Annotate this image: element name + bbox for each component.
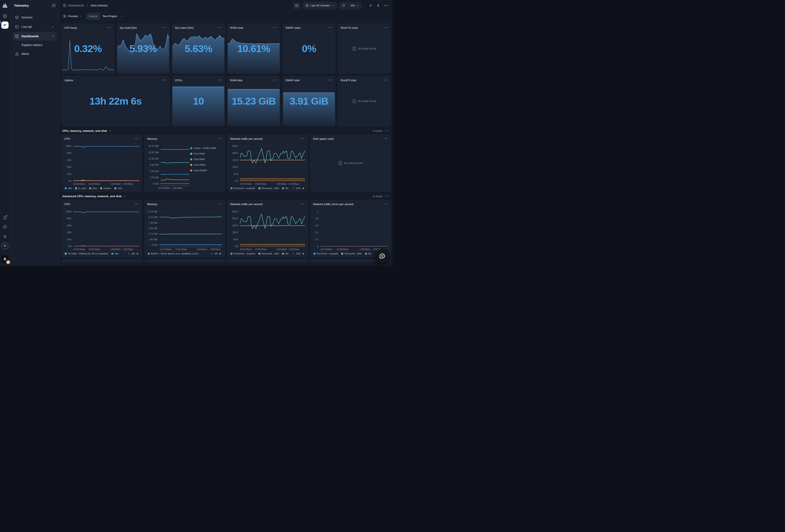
panel-menu-button[interactable]: ••• xyxy=(217,137,222,140)
quick-actions-button[interactable] xyxy=(376,3,381,8)
user-avatar[interactable]: R NF xyxy=(1,256,8,263)
section-menu-button[interactable]: ••• xyxy=(385,195,390,198)
panel-menu-button[interactable]: ••• xyxy=(300,203,305,206)
legend-label: Received - eth0 xyxy=(345,252,362,255)
rail-telemetry-button[interactable] xyxy=(1,21,8,29)
section-toggle[interactable]: Advanced CPU, memory, network, and disk xyxy=(62,195,126,198)
page-next-button[interactable] xyxy=(136,252,139,255)
y-axis-labels: 250 B200 B150 B100 B50 B0 B xyxy=(230,212,240,246)
legend-item[interactable]: Received - eth0 xyxy=(258,187,279,189)
panel-menu-button[interactable]: ••• xyxy=(217,26,222,29)
x-tick-label: 1:00:00am xyxy=(276,248,287,250)
page-prev-button[interactable] xyxy=(292,252,295,255)
panel-menu-button[interactable]: ••• xyxy=(217,79,222,82)
legend-item[interactable]: system xyxy=(100,187,111,189)
page-next-button[interactable] xyxy=(219,252,222,255)
legend-item[interactable]: Free RAM xyxy=(190,152,222,155)
panel-menu-button[interactable]: ••• xyxy=(300,137,305,140)
sidebar-item-live-tail[interactable]: Live tail xyxy=(12,23,57,31)
panel-menu-button[interactable]: ••• xyxy=(328,79,333,82)
panel-menu-button[interactable]: ••• xyxy=(272,79,277,82)
page-prev-button[interactable] xyxy=(292,187,295,189)
section-menu-button[interactable]: ••• xyxy=(385,129,390,132)
source-filter[interactable]: source Test Project xyxy=(86,13,124,20)
topbar-divider xyxy=(364,3,365,8)
legend-item[interactable]: io_wait xyxy=(75,187,86,189)
legend-item[interactable]: Re xyxy=(282,187,288,189)
gridline xyxy=(240,181,305,181)
legend-swatch xyxy=(282,253,284,255)
add-panel-button[interactable] xyxy=(368,3,373,8)
panel-cpu-advanced: CPU•••100%80%60%40%20%0%12:42:00am12:50:… xyxy=(61,200,142,257)
legend-item[interactable]: nice xyxy=(89,187,97,189)
legend-item[interactable]: Used RAM xyxy=(190,163,222,166)
legend-item[interactable]: Received - erspan0 xyxy=(231,252,255,255)
legend-item[interactable]: Total RAM xyxy=(190,158,222,161)
sidebar-header: Telemetry xyxy=(12,3,57,7)
panel-menu-button[interactable]: ••• xyxy=(107,26,111,29)
collapse-sidebar-button[interactable] xyxy=(52,3,56,7)
page-prev-button[interactable] xyxy=(210,252,213,255)
panel-header: CPU busy••• xyxy=(62,24,114,29)
theme-toggle-button[interactable] xyxy=(1,233,8,240)
more-options-button[interactable]: ••• xyxy=(383,3,389,8)
legend-item[interactable]: Received - erspan0 xyxy=(313,252,338,255)
gridline xyxy=(73,181,139,181)
panel-menu-button[interactable]: ••• xyxy=(383,137,388,140)
panel-menu-button[interactable]: ••• xyxy=(134,203,139,206)
legend-item[interactable]: user xyxy=(114,187,122,189)
panel-menu-button[interactable]: ••• xyxy=(162,79,167,82)
legend-item[interactable]: Re xyxy=(282,252,288,255)
legend-item[interactable]: Received - eth0 xyxy=(258,252,279,255)
feedback-button[interactable] xyxy=(1,223,8,231)
sidebar-item-dashboards[interactable]: Dashboards xyxy=(12,32,57,41)
chevron-right-icon xyxy=(51,25,54,28)
panel-menu-button[interactable]: ••• xyxy=(272,26,277,29)
dashboard-scroll-area[interactable]: CPU busy•••0.32%Sys load (5m)•••5.93%Sys… xyxy=(59,21,392,266)
legend-item[interactable]: Re xyxy=(365,252,372,255)
legend-item[interactable]: Idle xyxy=(111,252,119,255)
panel-menu-button[interactable]: ••• xyxy=(162,26,167,29)
section-toggle[interactable]: CPU, memory, network, and disk xyxy=(62,129,112,132)
legend-item[interactable]: idle xyxy=(65,187,72,189)
rail-quickstart-button[interactable] xyxy=(1,12,8,20)
x-axis: 12:42:00am12:50:00am1:00:00am1:06:00am xyxy=(240,181,305,185)
legend-item[interactable]: I/O Wait - Waiting for I/O to complete xyxy=(65,252,108,255)
legend-item[interactable]: Buffers - Block device (e.g. harddisk) c… xyxy=(148,252,199,255)
panel-disk-space-used: Disk space used•••No data found xyxy=(310,135,391,191)
sidebar-item-alerts[interactable]: Alerts xyxy=(12,50,57,58)
panel-menu-button[interactable]: ••• xyxy=(383,203,388,206)
presets-dropdown[interactable]: Presets xyxy=(63,15,82,18)
refresh-interval-button[interactable]: 15s xyxy=(348,2,361,9)
panel-menu-button[interactable]: ••• xyxy=(328,26,333,29)
chart-body: 16.76 GiB13.97 GiB11.18 GiB8.38 GiB5.59 … xyxy=(147,140,222,189)
page-next-button[interactable] xyxy=(302,252,305,255)
chat-fab[interactable] xyxy=(375,249,389,263)
chevron-down-icon xyxy=(80,15,82,18)
panel-header: SWAP used••• xyxy=(283,24,335,29)
panel-menu-button[interactable]: ••• xyxy=(217,203,222,206)
chart-legend: Cache + Buffer RAMFree RAMTotal RAMUsed … xyxy=(189,140,222,189)
page-prev-button[interactable] xyxy=(128,252,130,255)
refresh-now-button[interactable] xyxy=(339,2,348,9)
partial-card xyxy=(145,259,225,263)
panel-title: Network traffic errors per second xyxy=(313,203,353,206)
sidebar-item-sources[interactable]: Sources xyxy=(12,13,57,22)
stat-row-2: Uptime•••13h 22m 6sCPUs•••10RAM total•••… xyxy=(61,76,390,126)
legend-item[interactable]: Cache + Buffer RAM xyxy=(190,147,222,150)
legend-item[interactable]: Received - eth0 xyxy=(341,252,362,255)
panel-view-button[interactable] xyxy=(293,2,301,9)
panel-menu-button[interactable]: ••• xyxy=(134,137,139,140)
page-next-button[interactable] xyxy=(302,187,305,189)
notifications-button[interactable] xyxy=(1,214,8,221)
legend-item[interactable]: Received - erspan0 xyxy=(231,187,255,189)
x-tick-label: 1:06:00am xyxy=(123,183,133,185)
time-range-selector[interactable]: Last 30 minutes xyxy=(303,2,337,9)
panel-menu-button[interactable]: ••• xyxy=(383,26,388,29)
panel-menu-button[interactable]: ••• xyxy=(383,79,388,82)
breadcrumb-dashboards-link[interactable]: Dashboards xyxy=(69,4,84,7)
sidebar-item-explore-metrics[interactable]: Explore metrics xyxy=(17,42,57,48)
y-tick-label: 0 B xyxy=(235,180,238,182)
legend-item[interactable]: Used SWAP xyxy=(190,169,222,172)
shortcuts-button[interactable]: ⌘ xyxy=(1,242,8,249)
